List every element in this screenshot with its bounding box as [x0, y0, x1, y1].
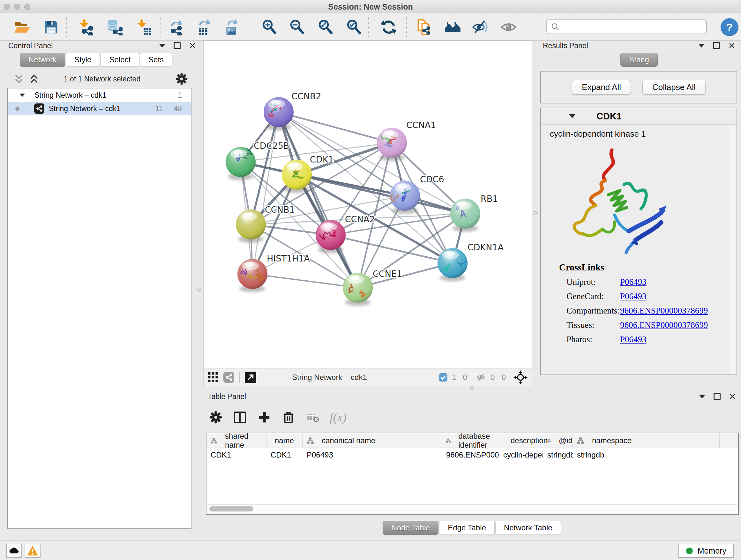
glass-ball-effect-button[interactable]	[471, 18, 490, 37]
panel-float-icon[interactable]	[174, 42, 181, 49]
scrollbar-thumb[interactable]	[209, 506, 253, 511]
tab-select[interactable]: Select	[100, 53, 139, 67]
network-row-selected[interactable]: String Network – cdk1 11 48	[8, 102, 191, 115]
export-image-button[interactable]	[223, 18, 242, 37]
collection-expand-icon[interactable]	[20, 94, 25, 97]
string-home-button[interactable]	[444, 18, 462, 37]
toolbar-separator	[66, 17, 67, 37]
copy-network-button[interactable]	[415, 18, 433, 37]
table-horizontal-scrollbar[interactable]	[207, 504, 738, 513]
hidden-eye-slash-icon[interactable]	[476, 373, 486, 382]
add-column-button[interactable]	[257, 410, 272, 425]
tab-sets[interactable]: Sets	[140, 53, 172, 67]
tab-string[interactable]: String	[620, 53, 658, 67]
column-header-shared-name[interactable]: shared name	[206, 433, 266, 448]
network-node-count: 11	[155, 105, 163, 113]
panel-close-icon[interactable]: ✕	[189, 42, 196, 50]
table-cell[interactable]: CDK1	[206, 448, 266, 462]
network-options-button[interactable]	[175, 72, 189, 86]
right-splitter-handle[interactable]	[533, 211, 537, 215]
open-session-button[interactable]	[13, 18, 31, 37]
column-header-database-identifier[interactable]: database identifier	[442, 433, 499, 448]
table-options-button[interactable]	[208, 410, 223, 425]
table-cell[interactable]: stringdb	[573, 448, 720, 462]
table-cell[interactable]: P06493	[302, 448, 442, 462]
tab-style[interactable]: Style	[66, 53, 100, 67]
crosslink-link[interactable]: 9606.ENSP00000378699	[620, 320, 708, 330]
panel-float-icon[interactable]	[714, 393, 721, 400]
network-node-hist1h1a[interactable]: HIST1H1A	[238, 253, 310, 289]
crosslink-link[interactable]: P06493	[620, 334, 647, 345]
zoom-in-button[interactable]	[260, 18, 279, 37]
results-panel: Results Panel ✕ String Expand All Collap…	[537, 41, 741, 389]
collapse-all-button[interactable]: Collapse All	[643, 80, 705, 95]
export-network-button[interactable]	[167, 18, 186, 37]
table-cell[interactable]: cyclin-dependent ...	[499, 448, 543, 462]
delete-table-button[interactable]	[306, 410, 320, 425]
memory-button[interactable]: Memory	[678, 544, 734, 558]
table-cell[interactable]: CDK1	[266, 448, 302, 462]
network-share-badge-icon[interactable]	[223, 372, 234, 383]
results-scrollbar[interactable]	[730, 125, 736, 374]
zoom-out-button[interactable]	[288, 18, 307, 37]
expand-all-button[interactable]: Expand All	[572, 80, 631, 95]
column-header--id[interactable]: @id	[543, 433, 573, 448]
panel-menu-icon[interactable]	[698, 44, 704, 48]
left-splitter-handle[interactable]	[197, 288, 201, 292]
search-field[interactable]	[546, 19, 707, 34]
show-graphics-button[interactable]	[499, 18, 518, 37]
zoom-selected-button[interactable]	[345, 18, 363, 37]
panel-close-icon[interactable]: ✕	[728, 42, 735, 50]
column-label: @id	[559, 436, 572, 445]
column-header-namespace[interactable]: namespace	[573, 433, 720, 448]
crosslink-link[interactable]: 9606.ENSP00000378699	[620, 306, 708, 316]
selected-checkbox-icon[interactable]	[439, 373, 448, 381]
horizontal-splitter-handle[interactable]	[470, 386, 474, 390]
table-row[interactable]: CDK1CDK1P064939606.ENSP00000378699cyclin…	[206, 448, 739, 462]
save-session-button[interactable]	[42, 18, 60, 37]
apply-layout-button[interactable]	[380, 18, 398, 37]
table-cell[interactable]: 9606.ENSP00000378699	[442, 448, 499, 462]
gene-section-header[interactable]: CDK1	[541, 108, 737, 125]
delete-column-button[interactable]	[281, 410, 296, 425]
network-collection-row[interactable]: String Network – cdk1 1	[8, 88, 191, 102]
network-node-ccna1[interactable]: CCNA1	[377, 120, 436, 158]
search-input[interactable]	[562, 22, 702, 32]
network-node-rb1[interactable]: RB1	[450, 194, 498, 229]
gene-collapse-icon[interactable]	[569, 114, 576, 118]
cloud-button[interactable]	[6, 544, 22, 558]
table-cell[interactable]: stringdb:9...	[543, 448, 573, 462]
network-node-ccnb1[interactable]: CCNB1	[236, 205, 295, 240]
zoom-fit-button[interactable]	[316, 18, 335, 37]
crosslink-link[interactable]: P06493	[620, 292, 647, 301]
column-header-description[interactable]: description	[499, 433, 543, 448]
column-header-canonical-name[interactable]: canonical name	[302, 433, 442, 448]
pan-crosshair-icon[interactable]	[514, 370, 528, 384]
panel-float-icon[interactable]	[713, 42, 720, 49]
network-node-cdkn1a[interactable]: CDKN1A	[437, 242, 504, 278]
tab-network-table[interactable]: Network Table	[495, 521, 561, 535]
tab-node-table[interactable]: Node Table	[383, 521, 439, 535]
node-label: CCNA1	[406, 120, 436, 130]
column-header-name[interactable]: name	[266, 433, 302, 448]
show-columns-button[interactable]	[232, 410, 247, 425]
panel-menu-icon[interactable]	[159, 44, 165, 48]
panel-menu-icon[interactable]	[699, 395, 705, 398]
plus-icon	[258, 411, 271, 424]
tab-edge-table[interactable]: Edge Table	[439, 521, 495, 535]
warnings-button[interactable]	[24, 544, 41, 558]
import-network-file-button[interactable]	[77, 18, 95, 37]
function-builder-button[interactable]: f(x)	[330, 410, 347, 425]
import-network-database-button[interactable]	[105, 18, 124, 37]
panel-close-icon[interactable]: ✕	[729, 392, 736, 401]
help-button[interactable]: ?	[721, 18, 738, 36]
import-table-button[interactable]	[134, 18, 153, 37]
crosslink-link[interactable]: P06493	[620, 277, 647, 287]
open-view-icon[interactable]	[245, 372, 256, 383]
export-table-button[interactable]	[195, 18, 214, 37]
grid-view-icon[interactable]	[208, 372, 218, 382]
network-canvas[interactable]: CCNB2CCNA1CDC25BCDK1CDC6RB1CCNB1CCNA2CDK…	[204, 41, 532, 368]
crosslink-row: Tissues:9606.ENSP00000378699	[566, 320, 737, 330]
network-node-cdk1[interactable]: CDK1	[282, 154, 334, 190]
tab-network[interactable]: Network	[20, 53, 65, 67]
